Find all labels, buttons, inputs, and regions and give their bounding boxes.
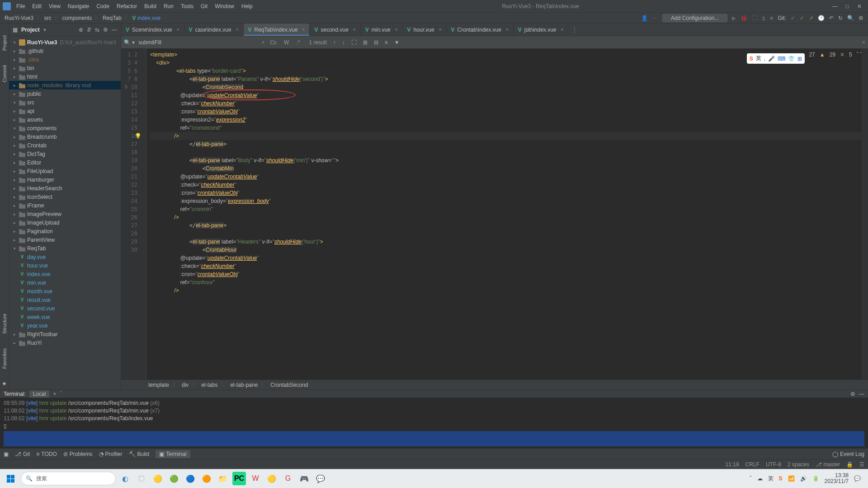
find-prev-icon[interactable]: ↑ (333, 39, 336, 46)
tray-sogou-icon[interactable]: S (779, 475, 783, 482)
ime-mic-icon[interactable]: 🎤 (768, 56, 775, 62)
ime-toolbar[interactable]: S 英 , 🎤 ⌨ 👕 ⊞ (747, 53, 805, 64)
tool-git[interactable]: ⎇Git (15, 451, 30, 457)
start-button[interactable] (3, 471, 18, 486)
tree-item[interactable]: ▾ReqTab (9, 244, 121, 253)
find-clear-icon[interactable]: × (261, 39, 264, 46)
tree-item[interactable]: ▸RightToolbar (9, 330, 121, 338)
menu-refactor[interactable]: Refactor (114, 1, 140, 11)
git-update-icon[interactable]: ✓ (791, 15, 795, 21)
tool-terminal[interactable]: ▣Terminal (156, 450, 190, 458)
tree-item[interactable]: ▸iFrame (9, 201, 121, 210)
bookmarks-icon[interactable]: ★ (2, 380, 7, 387)
menu-tools[interactable]: Tools (178, 1, 196, 11)
find-case-icon[interactable]: Cc (268, 39, 278, 46)
find-next-icon[interactable]: ↓ (342, 39, 345, 46)
status-encoding[interactable]: UTF-8 (766, 461, 781, 468)
tree-item[interactable]: ▾src (9, 98, 121, 107)
taskbar-360-icon[interactable]: 🟢 (167, 472, 181, 485)
add-configuration-button[interactable]: Add Configuration... (662, 14, 727, 22)
tree-item[interactable]: ▸public (9, 89, 121, 98)
tray-volume-icon[interactable]: 🔊 (800, 475, 807, 482)
tree-file[interactable]: Vmonth.vue (9, 287, 121, 296)
crumb-node[interactable]: CrontabSecond (270, 382, 308, 388)
tree-item[interactable]: ▸ImageUpload (9, 218, 121, 227)
debug-icon[interactable]: 🐞 (741, 15, 747, 21)
tree-item[interactable]: ▸Crontab (9, 141, 121, 150)
editor-tab[interactable]: Vmin.vue× (361, 23, 403, 36)
editor-tab[interactable]: VScene\index.vue× (121, 23, 184, 36)
terminal-add-tab-icon[interactable]: + (53, 391, 56, 397)
tree-file[interactable]: Vsecond.vue (9, 304, 121, 313)
tree-item[interactable]: ▸Hamburger (9, 175, 121, 184)
tree-file[interactable]: Vhour.vue (9, 261, 121, 270)
lock-icon[interactable]: 🔒 (846, 461, 853, 468)
close-icon[interactable]: ✕ (857, 3, 862, 9)
sync-icon[interactable]: ↻ (838, 15, 843, 21)
tool-tab-commit[interactable]: Commit (1, 62, 8, 85)
editor-tab[interactable]: Vjob\index.vue× (514, 23, 569, 36)
crumb-node[interactable]: el-tab-pane (230, 382, 258, 388)
terminal-settings-icon[interactable]: ⚙ (850, 391, 855, 397)
tabs-overflow-icon[interactable]: ⋮ (568, 27, 581, 33)
hide-icon[interactable]: — (112, 27, 117, 33)
tool-problems[interactable]: ⊘Problems (63, 451, 93, 457)
fold-gutter[interactable] (141, 49, 146, 380)
tray-battery-icon[interactable]: 🔋 (812, 475, 819, 482)
git-history-icon[interactable]: 🕐 (818, 15, 825, 21)
menu-file[interactable]: File (14, 1, 28, 11)
project-tree[interactable]: ▾RuoYi-Vue3D:\UI_auto\RuoYi-Vue3 ▸.githu… (9, 36, 121, 389)
status-indent[interactable]: 2 spaces (788, 461, 809, 468)
taskbar-firefox-icon[interactable]: 🟠 (200, 472, 213, 485)
status-memory-icon[interactable]: ☰ (859, 461, 864, 468)
tree-item[interactable]: ▸bin (9, 64, 121, 72)
taskbar-cortana-icon[interactable]: ◐ (118, 472, 132, 485)
tray-chevron-icon[interactable]: ˆ (750, 475, 752, 482)
crumb-src[interactable]: src (44, 15, 52, 21)
ime-toolbox-icon[interactable]: ⊞ (797, 56, 802, 62)
coverage-icon[interactable]: ⛶ (752, 15, 757, 21)
tool-profiler[interactable]: ◔Profiler (99, 451, 123, 457)
tree-item[interactable]: ▸ParentView (9, 235, 121, 244)
tool-event-log[interactable]: ◯Event Log (832, 451, 864, 457)
tree-item[interactable]: ▸Editor (9, 158, 121, 167)
tray-ime-icon[interactable]: 英 (768, 475, 774, 483)
crumb-project[interactable]: RuoYi-Vue3 (5, 15, 33, 21)
ime-keyboard-icon[interactable]: ⌨ (778, 56, 785, 62)
status-position[interactable]: 11:19 (726, 461, 739, 468)
tree-item[interactable]: ▸FileUpload (9, 167, 121, 175)
tree-item[interactable]: ▸IconSelect (9, 192, 121, 201)
taskbar-pycharm-icon[interactable]: PC (232, 472, 246, 485)
terminal-tab-local[interactable]: Local (29, 390, 50, 398)
ime-lang-icon[interactable]: 英 (756, 55, 761, 62)
tree-file[interactable]: Vweek.vue (9, 313, 121, 321)
git-push-icon[interactable]: ↗ (809, 15, 813, 21)
find-remove-selection-icon[interactable]: ⊟ (374, 39, 378, 46)
find-regex-icon[interactable]: .* (294, 39, 302, 46)
menu-help[interactable]: Help (239, 1, 255, 11)
tool-todo[interactable]: ≡TODO (36, 451, 57, 457)
code-editor[interactable]: <template> <div> <el-tabs type="border-c… (146, 49, 862, 380)
back-icon[interactable]: ← (652, 15, 658, 21)
tree-item[interactable]: ▾components (9, 124, 121, 132)
crumb-reqtab[interactable]: ReqTab (103, 15, 121, 21)
settings-icon[interactable]: ⚙ (859, 15, 863, 21)
tree-file[interactable]: Vday.vue (9, 253, 121, 261)
taskbar-edge-icon[interactable]: 🔵 (184, 472, 197, 485)
editor-tab[interactable]: Vcase\index.vue× (184, 23, 244, 36)
menu-window[interactable]: Window (212, 1, 237, 11)
crumb-node[interactable]: el-tabs (201, 382, 217, 388)
menu-code[interactable]: Code (94, 1, 112, 11)
menu-run[interactable]: Run (161, 1, 176, 11)
tree-item[interactable]: ▸.github (9, 47, 121, 55)
inspection-widget[interactable]: ▲27 ▲29 ✕5 ˆ ˇ (799, 52, 862, 58)
find-add-selection-icon[interactable]: ⊞ (363, 39, 368, 46)
expand-all-icon[interactable]: ⇵ (87, 27, 91, 33)
tree-file[interactable]: Vindex.vue (9, 270, 121, 278)
select-opened-icon[interactable]: ⊕ (79, 27, 83, 33)
tree-item[interactable]: ▸Breadcrumb (9, 132, 121, 141)
terminal-output[interactable]: 09:55:09 [vite] hmr update /src/componen… (0, 398, 868, 448)
user-icon[interactable]: 👤 (641, 15, 648, 21)
git-rollback-icon[interactable]: ↶ (829, 15, 834, 21)
tool-windows-icon[interactable]: ▣ (4, 451, 9, 457)
